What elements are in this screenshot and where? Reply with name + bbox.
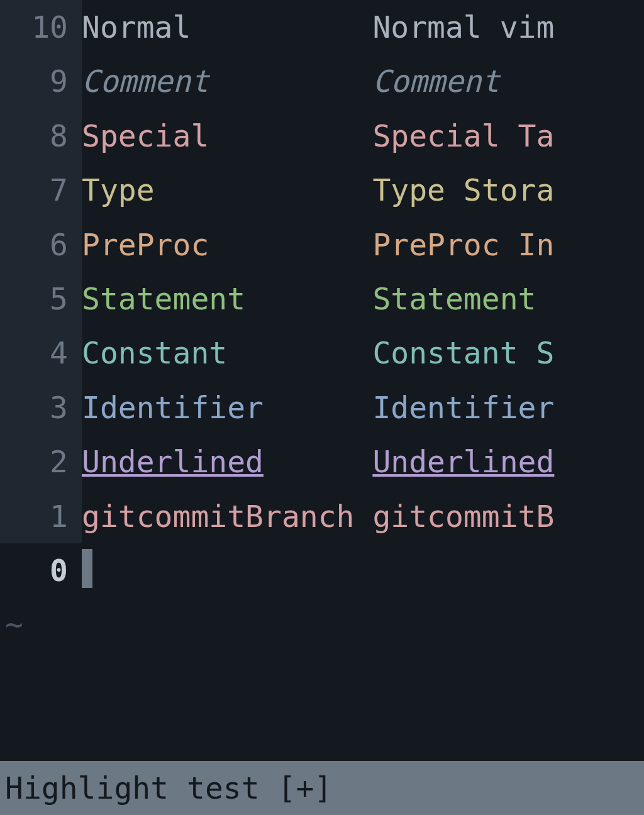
highlight-name: PreProc	[82, 218, 372, 272]
empty-line: ~	[0, 597, 644, 651]
highlight-sample: Underlined	[372, 435, 554, 489]
highlight-sample: Comment	[372, 54, 499, 108]
code-cell[interactable]: NormalNormal vim	[82, 0, 644, 54]
tilde-marker: ~	[0, 597, 23, 651]
highlight-sample: Special Ta	[372, 109, 554, 163]
code-cell[interactable]: IdentifierIdentifier	[82, 380, 644, 435]
code-line[interactable]: 10NormalNormal vim	[0, 0, 644, 54]
editor-window: 10NormalNormal vim9CommentComment8Specia…	[0, 0, 644, 815]
code-cell[interactable]	[82, 543, 644, 597]
highlight-name: Type	[82, 163, 372, 217]
status-text: Highlight test [+]	[5, 761, 332, 815]
highlight-name: Comment	[82, 54, 372, 108]
highlight-name: Constant	[82, 326, 372, 380]
status-bar: Highlight test [+]	[0, 761, 644, 815]
code-cell[interactable]: UnderlinedUnderlined	[82, 435, 644, 489]
highlight-sample: PreProc In	[372, 218, 554, 272]
code-cell[interactable]: CommentComment	[82, 54, 644, 108]
code-line[interactable]: 9CommentComment	[0, 54, 644, 108]
line-number: 4	[0, 326, 82, 380]
line-number: 6	[0, 218, 82, 272]
highlight-name: gitcommitBranch	[82, 489, 372, 543]
line-number: 3	[0, 380, 82, 435]
highlight-name: Underlined	[82, 435, 372, 489]
highlight-name: Statement	[82, 272, 372, 326]
line-number: 9	[0, 54, 82, 108]
highlight-sample: gitcommitB	[372, 489, 554, 543]
code-cell[interactable]: SpecialSpecial Ta	[82, 109, 644, 163]
editor-content[interactable]: 10NormalNormal vim9CommentComment8Specia…	[0, 0, 644, 761]
highlight-name: Special	[82, 109, 372, 163]
line-number: 1	[0, 489, 82, 543]
line-number: 7	[0, 163, 82, 217]
highlight-name: Identifier	[82, 380, 372, 435]
code-line[interactable]: 2UnderlinedUnderlined	[0, 435, 644, 489]
code-line[interactable]: 7TypeType Stora	[0, 163, 644, 217]
code-line[interactable]: 6PreProcPreProc In	[0, 218, 644, 272]
line-number: 5	[0, 272, 82, 326]
code-line[interactable]: 4ConstantConstant S	[0, 326, 644, 380]
current-line[interactable]: 0	[0, 543, 644, 597]
highlight-sample: Normal vim	[372, 0, 554, 54]
highlight-name: Normal	[82, 0, 372, 54]
code-line[interactable]: 8SpecialSpecial Ta	[0, 109, 644, 163]
highlight-sample: Constant S	[372, 326, 554, 380]
cursor	[82, 549, 92, 588]
code-cell[interactable]: PreProcPreProc In	[82, 218, 644, 272]
line-number-current: 0	[0, 543, 82, 597]
line-number: 2	[0, 435, 82, 489]
code-line[interactable]: 3IdentifierIdentifier	[0, 380, 644, 435]
highlight-sample: Statement	[372, 272, 554, 326]
code-cell[interactable]: StatementStatement	[82, 272, 644, 326]
line-number: 10	[0, 0, 82, 54]
code-cell[interactable]: gitcommitBranchgitcommitB	[82, 489, 644, 543]
code-line[interactable]: 5StatementStatement	[0, 272, 644, 326]
line-number: 8	[0, 109, 82, 163]
code-cell[interactable]: TypeType Stora	[82, 163, 644, 217]
code-cell[interactable]: ConstantConstant S	[82, 326, 644, 380]
highlight-sample: Type Stora	[372, 163, 554, 217]
code-line[interactable]: 1gitcommitBranchgitcommitB	[0, 489, 644, 543]
highlight-sample: Identifier	[372, 380, 554, 435]
